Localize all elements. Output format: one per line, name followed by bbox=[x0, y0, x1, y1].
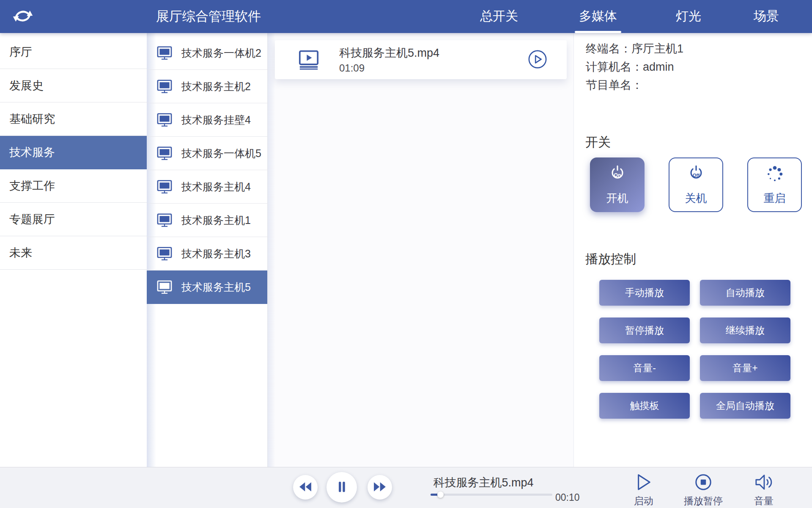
device-item-label: 技术服务一体机2 bbox=[181, 46, 261, 60]
start-button[interactable]: 启动 bbox=[618, 472, 669, 508]
rewind-icon bbox=[298, 481, 313, 494]
device-item-label: 技术服务挂壁4 bbox=[181, 113, 251, 127]
progress-bar[interactable] bbox=[431, 494, 552, 496]
device-item[interactable]: 技术服务主机3 bbox=[147, 237, 267, 271]
play-pause-button[interactable]: 播放暂停 bbox=[678, 472, 729, 508]
sidebar-item[interactable]: 技术服务 bbox=[0, 136, 147, 169]
video-file-icon bbox=[299, 50, 319, 70]
info-row: 计算机名：admin bbox=[586, 58, 683, 76]
info-label: 节目单名： bbox=[586, 79, 643, 91]
device-item-label: 技术服务主机1 bbox=[181, 213, 251, 227]
info-row: 终端名：序厅主机1 bbox=[586, 40, 683, 58]
info-row: 节目单名： bbox=[586, 76, 683, 94]
nav-tab[interactable]: 灯光 bbox=[672, 0, 705, 33]
top-bar: 展厅综合管理软件 总开关多媒体灯光场景 bbox=[0, 0, 812, 33]
device-item-label: 技术服务主机2 bbox=[181, 80, 251, 94]
device-list: 技术服务一体机2 技术服务主机2 技术服务挂壁4 bbox=[147, 33, 268, 467]
rewind-button[interactable] bbox=[293, 475, 318, 500]
restart-button[interactable]: 重启 bbox=[747, 157, 802, 212]
playback-button[interactable]: 全局自动播放 bbox=[700, 393, 790, 419]
power-off-icon: Off bbox=[684, 164, 708, 189]
svg-text:On: On bbox=[614, 172, 621, 178]
control-panel: 终端名：序厅主机1计算机名：admin节目单名： 开关 On 开机 Off 关 bbox=[573, 33, 812, 467]
progress-thumb[interactable] bbox=[437, 491, 444, 498]
zone-sidebar: 序厅发展史基础研究技术服务支撑工作专题展厅未来 bbox=[0, 33, 147, 467]
info-label: 计算机名： bbox=[586, 61, 643, 73]
media-duration: 01:09 bbox=[339, 62, 439, 74]
bottom-player-bar: 科技服务主机5.mp4 00:10 启动 播放暂停 音量 bbox=[0, 467, 812, 508]
volume-icon bbox=[754, 473, 774, 493]
power-on-button[interactable]: On 开机 bbox=[590, 157, 645, 212]
playback-button[interactable]: 暂停播放 bbox=[599, 318, 690, 343]
sidebar-item[interactable]: 序厅 bbox=[0, 36, 147, 69]
device-item-label: 技术服务主机5 bbox=[181, 280, 251, 294]
playback-button[interactable]: 手动播放 bbox=[599, 280, 690, 306]
pause-icon bbox=[335, 480, 349, 495]
volume-button[interactable]: 音量 bbox=[738, 472, 789, 508]
playback-buttons: 手动播放自动播放暂停播放继续播放音量-音量+触摸板全局自动播放 bbox=[599, 280, 790, 419]
sidebar-item[interactable]: 基础研究 bbox=[0, 102, 147, 136]
refresh-icon bbox=[12, 21, 34, 27]
power-buttons: On 开机 Off 关机 bbox=[590, 157, 802, 212]
media-meta: 科技服务主机5.mp4 01:09 bbox=[339, 45, 439, 74]
playback-button[interactable]: 自动播放 bbox=[700, 280, 790, 306]
device-item-label: 技术服务主机4 bbox=[181, 180, 251, 194]
media-file-name: 科技服务主机5.mp4 bbox=[339, 45, 439, 61]
sidebar-item[interactable]: 未来 bbox=[0, 236, 147, 270]
playback-button[interactable]: 音量+ bbox=[700, 355, 790, 381]
pause-button[interactable] bbox=[326, 472, 357, 502]
device-item[interactable]: 技术服务主机4 bbox=[147, 170, 267, 204]
device-item-label: 技术服务一体机5 bbox=[181, 146, 261, 160]
device-item[interactable]: 技术服务主机2 bbox=[147, 70, 267, 103]
svg-text:Off: Off bbox=[692, 173, 699, 178]
monitor-icon bbox=[157, 280, 172, 294]
device-item-label: 技术服务主机3 bbox=[181, 247, 251, 261]
start-button-label: 启动 bbox=[634, 494, 653, 508]
monitor-icon bbox=[157, 213, 172, 227]
playback-section-heading: 播放控制 bbox=[585, 251, 636, 268]
power-off-label: 关机 bbox=[685, 191, 707, 206]
device-item[interactable]: 技术服务主机1 bbox=[147, 204, 267, 237]
media-card[interactable]: 科技服务主机5.mp4 01:09 bbox=[275, 40, 567, 79]
sidebar-item[interactable]: 发展史 bbox=[0, 69, 147, 102]
play-media-button[interactable] bbox=[528, 50, 547, 70]
refresh-button[interactable] bbox=[11, 6, 35, 27]
device-item[interactable]: 技术服务主机5 bbox=[147, 271, 267, 304]
info-value: admin bbox=[643, 61, 674, 73]
device-item[interactable]: 技术服务挂壁4 bbox=[147, 103, 267, 137]
nav-tab[interactable]: 场景 bbox=[749, 0, 783, 33]
stop-icon bbox=[694, 473, 713, 493]
power-section-heading: 开关 bbox=[585, 134, 611, 151]
terminal-info: 终端名：序厅主机1计算机名：admin节目单名： bbox=[586, 40, 683, 94]
fast-forward-icon bbox=[373, 481, 387, 494]
nav-tab[interactable]: 总开关 bbox=[473, 0, 525, 33]
monitor-icon bbox=[157, 146, 172, 160]
device-item[interactable]: 技术服务一体机5 bbox=[147, 137, 267, 170]
power-off-button[interactable]: Off 关机 bbox=[669, 157, 723, 212]
sidebar-item[interactable]: 专题展厅 bbox=[0, 203, 147, 236]
info-value: 序厅主机1 bbox=[631, 42, 683, 55]
restart-label: 重启 bbox=[764, 191, 786, 206]
start-play-icon bbox=[636, 473, 652, 493]
media-panel: 科技服务主机5.mp4 01:09 bbox=[268, 33, 573, 467]
nav-tab[interactable]: 多媒体 bbox=[572, 0, 624, 33]
monitor-icon bbox=[157, 80, 172, 94]
play-pause-button-label: 播放暂停 bbox=[684, 494, 723, 508]
fast-forward-button[interactable] bbox=[368, 475, 392, 500]
sidebar-item[interactable]: 支撑工作 bbox=[0, 169, 147, 203]
power-on-icon: On bbox=[606, 164, 629, 189]
playback-button[interactable]: 音量- bbox=[599, 355, 690, 381]
app-title: 展厅综合管理软件 bbox=[145, 0, 272, 33]
monitor-icon bbox=[157, 180, 172, 194]
power-on-label: 开机 bbox=[606, 191, 628, 206]
volume-button-label: 音量 bbox=[754, 494, 774, 508]
monitor-icon bbox=[157, 113, 172, 127]
player-file-name: 科技服务主机5.mp4 bbox=[431, 475, 536, 490]
playback-button[interactable]: 触摸板 bbox=[599, 393, 690, 419]
monitor-icon bbox=[157, 247, 172, 261]
device-item[interactable]: 技术服务一体机2 bbox=[147, 36, 267, 70]
spinner-icon bbox=[763, 164, 787, 189]
play-circle-icon bbox=[528, 50, 547, 70]
info-label: 终端名： bbox=[586, 42, 631, 55]
playback-button[interactable]: 继续播放 bbox=[700, 318, 790, 343]
